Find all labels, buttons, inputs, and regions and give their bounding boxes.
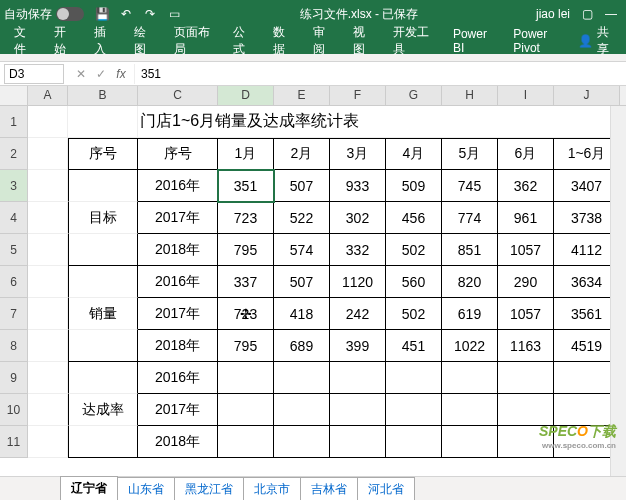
year-cell[interactable]: 2017年 [138,202,218,234]
sheet-tab[interactable]: 河北省 [357,477,415,501]
data-cell[interactable]: 795 [218,330,274,362]
sheet-tab[interactable]: 吉林省 [300,477,358,501]
year-cell[interactable]: 2016年 [138,170,218,202]
data-cell[interactable]: 1120 [330,266,386,298]
row-header[interactable]: 7 [0,298,28,330]
col-header[interactable]: F [330,86,386,105]
cell[interactable]: 4月 [386,138,442,170]
data-cell[interactable]: 560 [386,266,442,298]
data-cell[interactable]: 399 [330,330,386,362]
cell[interactable] [28,330,68,362]
data-cell[interactable]: 337 [218,266,274,298]
data-cell[interactable]: 302 [330,202,386,234]
cell[interactable] [68,362,138,394]
tab-draw[interactable]: 绘图 [126,20,162,62]
data-cell[interactable] [330,426,386,458]
data-cell[interactable]: 290 [498,266,554,298]
col-header[interactable]: C [138,86,218,105]
tab-layout[interactable]: 页面布局 [166,20,222,62]
year-cell[interactable]: 2018年 [138,330,218,362]
fx-icon[interactable]: fx [112,67,130,81]
user-name[interactable]: jiao lei [536,7,570,21]
data-cell[interactable]: 507 [274,266,330,298]
tab-dev[interactable]: 开发工具 [385,20,441,62]
data-cell[interactable] [386,426,442,458]
sheet-tab[interactable]: 北京市 [243,477,301,501]
year-cell[interactable]: 2016年 [138,362,218,394]
share-button[interactable]: 👤 共享 [578,24,620,58]
col-header[interactable]: A [28,86,68,105]
data-cell[interactable] [274,394,330,426]
cell[interactable] [68,106,138,138]
year-cell[interactable]: 2017年 [138,298,218,330]
sheet-tab[interactable]: 黑龙江省 [174,477,244,501]
formula-input[interactable]: 351 [134,64,626,84]
data-cell[interactable]: 1057 [498,298,554,330]
data-cell[interactable]: 522 [274,202,330,234]
data-cell[interactable] [386,362,442,394]
data-cell[interactable] [498,362,554,394]
tab-file[interactable]: 文件 [6,20,42,62]
data-cell[interactable] [330,394,386,426]
row-header[interactable]: 11 [0,426,28,458]
data-cell[interactable]: 362 [498,170,554,202]
data-cell[interactable]: 451 [386,330,442,362]
data-cell[interactable]: 1163 [498,330,554,362]
row-header[interactable]: 4 [0,202,28,234]
data-cell[interactable]: 961 [498,202,554,234]
row-header[interactable]: 5 [0,234,28,266]
cancel-icon[interactable]: ✕ [72,67,90,81]
row-header[interactable]: 10 [0,394,28,426]
cell[interactable]: 5月 [442,138,498,170]
cell[interactable] [68,266,138,298]
data-cell[interactable] [498,394,554,426]
tab-formula[interactable]: 公式 [225,20,261,62]
group-name[interactable]: 销量 [68,298,138,330]
col-header[interactable]: J [554,86,620,105]
data-cell[interactable] [330,362,386,394]
data-cell[interactable] [386,394,442,426]
year-cell[interactable]: 2018年 [138,234,218,266]
col-header[interactable]: G [386,86,442,105]
data-cell[interactable]: 502 [386,298,442,330]
row-header[interactable]: 6 [0,266,28,298]
data-cell[interactable]: 574 [274,234,330,266]
cell[interactable]: 序号 [138,138,218,170]
col-header[interactable]: E [274,86,330,105]
sheet-tab[interactable]: 山东省 [117,477,175,501]
cell[interactable]: 3月 [330,138,386,170]
data-cell[interactable] [218,426,274,458]
group-name[interactable]: 达成率 [68,394,138,426]
vertical-scrollbar[interactable] [610,106,626,476]
cell[interactable] [68,330,138,362]
table-title[interactable]: 门店1~6月销量及达成率统计表 [138,106,620,138]
data-cell[interactable] [442,394,498,426]
data-cell[interactable]: 619 [442,298,498,330]
data-cell[interactable]: 242 [330,298,386,330]
cell[interactable] [28,298,68,330]
data-cell[interactable]: 723✢ [218,298,274,330]
data-cell[interactable] [274,362,330,394]
cell[interactable] [28,426,68,458]
cell[interactable] [28,234,68,266]
data-cell[interactable]: 507 [274,170,330,202]
year-cell[interactable]: 2018年 [138,426,218,458]
cell[interactable]: 6月 [498,138,554,170]
minimize-icon[interactable]: — [604,7,618,21]
cell[interactable] [28,138,68,170]
col-header[interactable]: I [498,86,554,105]
data-cell[interactable] [442,426,498,458]
data-cell[interactable]: 723 [218,202,274,234]
data-cell[interactable]: 1022 [442,330,498,362]
data-cell[interactable]: 820 [442,266,498,298]
row-header[interactable]: 2 [0,138,28,170]
data-cell[interactable]: 795 [218,234,274,266]
data-cell[interactable]: 851 [442,234,498,266]
data-cell[interactable] [218,362,274,394]
cell[interactable] [68,170,138,202]
data-cell[interactable]: 774 [442,202,498,234]
select-all-corner[interactable] [0,86,28,105]
row-header[interactable]: 3 [0,170,28,202]
cell[interactable] [28,394,68,426]
tab-insert[interactable]: 插入 [86,20,122,62]
